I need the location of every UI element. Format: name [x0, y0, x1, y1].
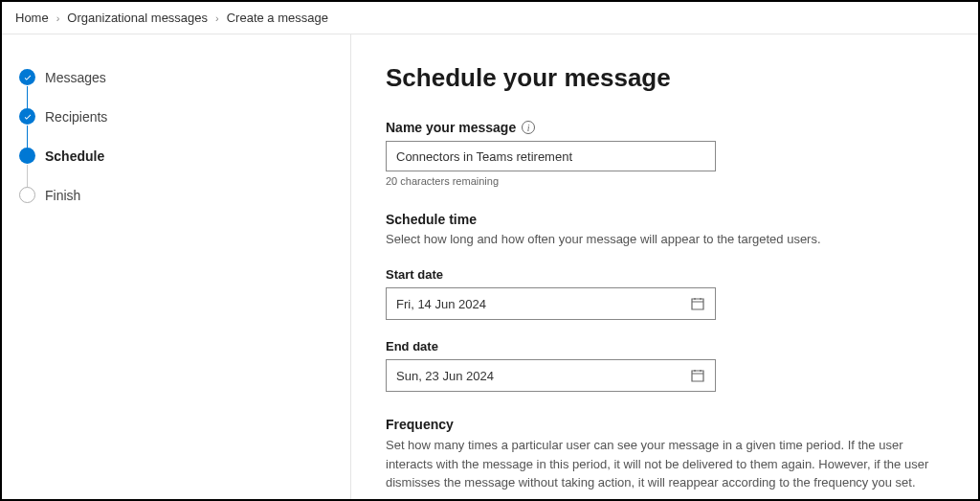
start-date-label: Start date [386, 267, 944, 282]
breadcrumb-organizational-messages[interactable]: Organizational messages [67, 11, 208, 25]
chars-remaining: 20 characters remaining [386, 175, 944, 187]
step-schedule[interactable]: Schedule [19, 136, 333, 175]
step-finish[interactable]: Finish [19, 175, 333, 215]
breadcrumb: Home › Organizational messages › Create … [2, 2, 978, 34]
calendar-icon [690, 368, 705, 383]
current-step-icon [19, 148, 35, 164]
step-label: Finish [45, 188, 80, 203]
step-label: Schedule [45, 148, 104, 164]
start-date-value: Fri, 14 Jun 2024 [396, 297, 486, 311]
page-title: Schedule your message [386, 63, 944, 93]
wizard-steps: Messages Recipients Schedule Finish [2, 34, 351, 499]
breadcrumb-current: Create a message [227, 11, 328, 25]
breadcrumb-home[interactable]: Home [15, 11, 49, 25]
check-circle-icon [19, 69, 35, 85]
step-messages[interactable]: Messages [19, 57, 333, 97]
frequency-desc: Set how many times a particular user can… [386, 436, 944, 492]
message-name-input[interactable] [386, 141, 716, 171]
chevron-right-icon: › [215, 12, 219, 24]
step-label: Recipients [45, 109, 107, 125]
end-date-picker[interactable]: Sun, 23 Jun 2024 [386, 359, 716, 392]
calendar-icon [690, 296, 705, 311]
schedule-time-heading: Schedule time [386, 212, 944, 227]
start-date-picker[interactable]: Fri, 14 Jun 2024 [386, 287, 716, 320]
schedule-time-desc: Select how long and how often your messa… [386, 231, 922, 248]
step-recipients[interactable]: Recipients [19, 97, 333, 136]
info-icon[interactable]: i [522, 121, 535, 134]
main-content: Schedule your message Name your message … [351, 34, 978, 499]
end-date-value: Sun, 23 Jun 2024 [396, 369, 494, 383]
end-date-label: End date [386, 339, 944, 353]
check-circle-icon [19, 108, 35, 125]
step-label: Messages [45, 70, 106, 85]
chevron-right-icon: › [56, 12, 60, 24]
pending-step-icon [19, 187, 35, 203]
frequency-heading: Frequency [386, 417, 944, 432]
name-label: Name your message i [386, 120, 944, 135]
